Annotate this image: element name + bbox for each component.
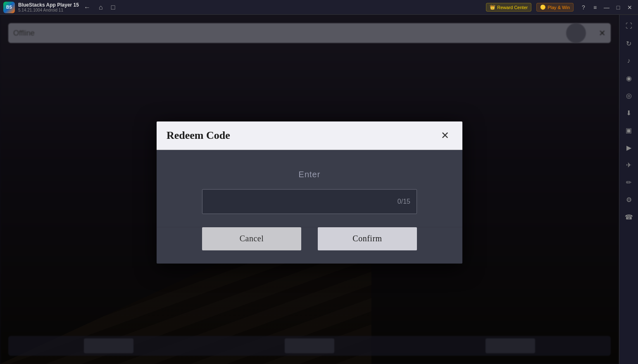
reward-center-button[interactable]: 👑 Reward Center: [486, 3, 531, 12]
titlebar-left: BS BlueStacks App Player 15 5.14.21.1004…: [3, 2, 117, 13]
right-sidebar: ⛶ ↻ ♪ ◉ ◎ ⬇ ▣ ▶ ✈ ✏ ⚙ ☎: [619, 15, 638, 364]
earth-sidebar-icon[interactable]: ◎: [621, 88, 637, 103]
main-area: Offline ✕ Redeem Code ✕ Enter 0/15 Cance…: [0, 15, 619, 364]
video-sidebar-icon[interactable]: ▶: [621, 140, 637, 155]
brush-sidebar-icon[interactable]: ✏: [621, 174, 637, 190]
modal-close-button[interactable]: ✕: [438, 128, 452, 143]
back-button[interactable]: ←: [82, 2, 92, 13]
settings-sidebar-icon[interactable]: ⚙: [621, 192, 637, 207]
code-input-wrapper: 0/15: [202, 189, 417, 214]
app-version: 5.14.21.1004 Android 11: [18, 8, 79, 12]
modal-title: Redeem Code: [167, 129, 230, 141]
play-win-button[interactable]: 🟡 Play & Win: [536, 3, 574, 12]
window-controls: ? ≡ — □ ✕: [578, 2, 635, 12]
coin-icon: 🟡: [540, 5, 546, 10]
minimize-button[interactable]: —: [602, 2, 612, 12]
confirm-button[interactable]: Confirm: [318, 227, 417, 250]
copy-button[interactable]: □: [110, 2, 117, 13]
camera-sidebar-icon[interactable]: ◉: [621, 70, 637, 86]
cancel-button[interactable]: Cancel: [202, 227, 301, 250]
modal-body: Enter 0/15: [157, 150, 462, 227]
plane-sidebar-icon[interactable]: ✈: [621, 157, 637, 173]
redeem-code-modal: Redeem Code ✕ Enter 0/15 Cancel Confirm: [157, 121, 462, 263]
home-button[interactable]: ⌂: [97, 2, 105, 13]
titlebar-nav: ← ⌂ □: [82, 2, 117, 13]
modal-footer: Cancel Confirm: [157, 227, 462, 263]
rotate-sidebar-icon[interactable]: ↻: [621, 36, 637, 51]
redeem-code-input[interactable]: [202, 189, 417, 214]
apk-sidebar-icon[interactable]: ⬇: [621, 105, 637, 121]
close-button[interactable]: ✕: [625, 2, 635, 12]
help-button[interactable]: ?: [578, 2, 588, 12]
crown-icon: 👑: [490, 5, 495, 10]
titlebar-right: 👑 Reward Center 🟡 Play & Win ? ≡ — □ ✕: [486, 2, 635, 12]
app-name: BlueStacks App Player 15: [18, 2, 79, 8]
play-win-label: Play & Win: [548, 5, 570, 10]
maximize-button[interactable]: □: [613, 2, 623, 12]
fullscreen-sidebar-icon[interactable]: ⛶: [621, 18, 637, 34]
menu-button[interactable]: ≡: [590, 2, 600, 12]
modal-header: Redeem Code ✕: [157, 121, 462, 150]
reward-center-label: Reward Center: [497, 5, 528, 10]
screenshot-sidebar-icon[interactable]: ▣: [621, 122, 637, 138]
titlebar: BS BlueStacks App Player 15 5.14.21.1004…: [0, 0, 638, 15]
volume-sidebar-icon[interactable]: ♪: [621, 53, 637, 69]
bluestacks-logo: BS: [3, 2, 15, 13]
enter-label: Enter: [299, 169, 321, 179]
phone-sidebar-icon[interactable]: ☎: [621, 209, 637, 225]
